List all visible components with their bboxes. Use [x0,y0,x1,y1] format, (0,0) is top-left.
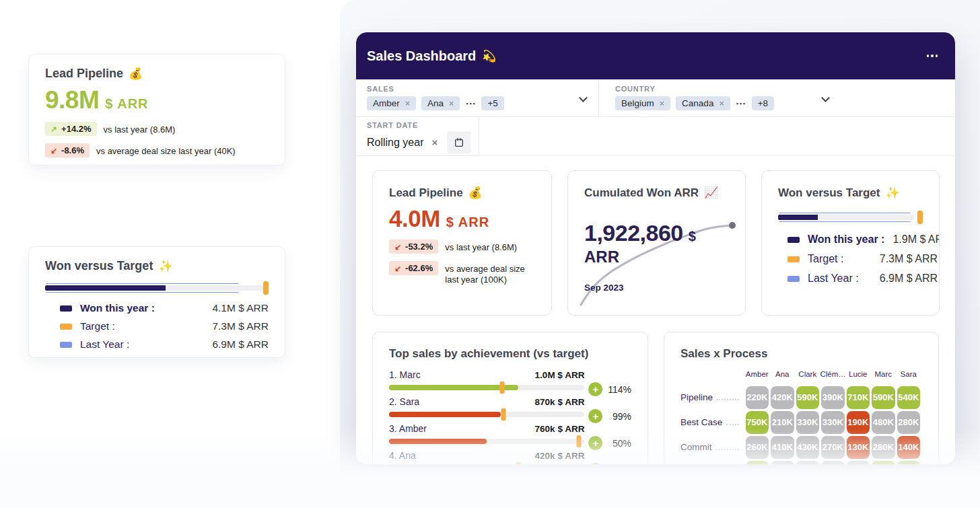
legend-value: 6.9M $ ARR [212,338,269,351]
expand-plus-button[interactable]: + [588,409,602,423]
kpi-value: 4.0M $ ARR [389,205,535,232]
row-label-best-case: Best Case [680,410,744,435]
dashboard-title-text: Sales Dashboard [367,48,476,64]
dotted-leader [716,449,740,450]
top-sales-row: 2. Sara 870k $ ARR + 99% [389,396,631,423]
chip-label: Amber [373,98,400,108]
row-label-pipeline: Pipeline [680,385,744,410]
dizzy-star-icon: 💫 [482,49,496,63]
close-icon[interactable]: × [719,99,724,108]
column-header: Marc [871,370,897,385]
target-marker [263,281,269,295]
matrix-cell: 590K [872,386,895,409]
won-this-year-bar [45,285,166,291]
calendar-button[interactable] [447,131,471,153]
start-date-value[interactable]: Rolling year [367,137,423,149]
row-label-commit: Commit [680,435,744,460]
salesperson-arr-value: 1.0M $ ARR [535,370,585,380]
achievement-pct: 99% [602,411,631,423]
legend-label: Last Year : [808,273,859,285]
close-icon[interactable]: × [449,99,454,108]
card-title: Won versus Target ✨ [45,259,269,273]
filter-chip-canada[interactable]: Canada × [676,96,730,110]
matrix-cell: 590K [796,386,820,409]
matrix-cell: 270K [821,436,845,459]
matrix-cell: 410K [771,436,794,459]
trend-badge: ↙ -8.6% [45,143,90,157]
bar-track [778,215,914,220]
chevron-down-icon[interactable] [579,94,588,102]
top-sales-row: 1. Marc 1.0M $ ARR + 114% [389,369,631,396]
won-vs-target-card: Won versus Target ✨ Won this year : 1.9M… [761,170,940,316]
sales-x-process-title: Sales x Process [680,347,922,361]
date-label: Sep 2023 [584,283,729,293]
close-icon[interactable]: × [405,99,410,108]
trend-pct: -62.6% [405,263,433,273]
chevron-down-icon[interactable] [821,94,830,102]
legend-item: Won this year : 4.1M $ ARR [60,302,269,314]
sales-filter-label: SALES [367,85,571,93]
filter-chip-amber[interactable]: Amber × [367,96,416,110]
line-end-dot [729,222,736,229]
matrix-cell [821,461,845,465]
matrix-cell: 430K [796,436,820,459]
sales-dashboard-panel: Sales Dashboard 💫 SALES Amber × Ana × ⋯ … [356,32,955,464]
matrix-cell: 390K [821,386,845,409]
overflow-menu-button[interactable] [925,50,940,61]
column-header: Lucie [845,370,871,385]
close-icon[interactable]: × [431,137,438,148]
salesperson-name: 4. Ana [389,450,416,461]
achievement-bar [389,462,584,464]
country-filter-label: COUNTRY [615,85,814,93]
dotted-leader [726,424,739,425]
kpi-number: 9.8M [45,86,99,114]
card-title: Cumulated Won ARR 📈 [584,186,729,200]
legend-item: Target : 7.3M $ ARR [60,320,269,332]
target-marker [576,435,581,447]
trend-pct: -8.6% [61,145,84,155]
more-chip[interactable]: +8 [752,96,774,110]
expand-plus-button[interactable]: + [588,382,602,396]
legend: Won this year : 1.9M $ ARR Target : 7.3M… [778,233,938,285]
trend-badge: ↗ +14.2% [45,122,97,136]
lead-pipeline-card: Lead Pipeline 💰 4.0M $ ARR ↙ -53.2% vs l… [372,170,552,316]
sales-x-process-card: Sales x Process Amber Ana Clark Clém… Lu… [664,332,939,464]
kpi-value: 9.8M $ ARR [45,86,269,114]
start-date-label: START DATE [367,121,472,129]
top-sales-row: 4. Ana 420k $ ARR + 42% [389,450,631,464]
matrix-cell [872,461,895,465]
down-left-arrow-icon: ↙ [394,264,401,273]
salesperson-name: 1. Marc [389,369,421,380]
legend-swatch [788,237,800,243]
matrix-cell: 130K [847,436,870,459]
legend-value: 4.1M $ ARR [212,302,269,314]
matrix-cell [771,461,794,465]
filter-chip-belgium[interactable]: Belgium × [615,96,670,110]
cumulated-won-arr-card: Cumulated Won ARR 📈 1,922,860 $ ARR Sep … [567,170,746,316]
start-date-value-row: Rolling year × [367,131,472,153]
matrix-cell [897,461,921,465]
trend-description: vs last year (8.6M) [445,240,517,253]
more-chip[interactable]: +5 [481,96,503,110]
filter-chip-ana[interactable]: Ana × [421,96,460,110]
legend: Won this year : 4.1M $ ARR Target : 7.3M… [45,302,269,351]
expand-plus-button[interactable]: + [588,463,602,464]
ellipsis-icon: ⋯ [465,98,476,110]
expand-plus-button[interactable]: + [588,436,602,450]
money-bag-icon: 💰 [129,67,143,81]
down-left-arrow-icon: ↙ [394,242,401,252]
legend-label: Won this year : [80,302,155,314]
matrix-cell: 260K [746,436,769,459]
matrix-cell: 190K [847,411,870,434]
achievement-pct: 114% [602,384,631,396]
target-marker [917,211,923,224]
matrix-cell [847,461,870,465]
column-header: Ana [770,370,796,385]
up-right-arrow-icon: ↗ [50,124,57,134]
filter-bar: SALES Amber × Ana × ⋯ +5 COUNTRY Belgium [356,79,955,117]
close-icon[interactable]: × [660,99,664,108]
won-this-year-bar [778,215,818,220]
country-chip-row: Belgium × Canada × ⋯ +8 [615,96,814,110]
chip-label: Canada [682,98,713,108]
sparkles-icon: ✨ [885,186,899,200]
